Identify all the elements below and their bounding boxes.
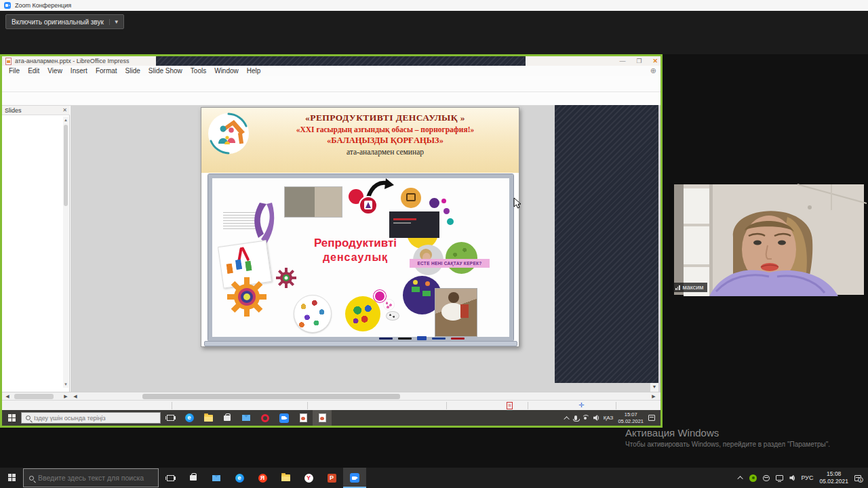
contraception-collage-circle bbox=[294, 295, 332, 333]
teal-dot bbox=[447, 218, 454, 225]
task-view-button[interactable] bbox=[159, 468, 182, 488]
scroll-thumb[interactable] bbox=[142, 394, 400, 399]
store-icon bbox=[190, 475, 197, 481]
slides-panel-scrollbar[interactable]: ▲ ▼ bbox=[63, 117, 68, 388]
menu-view[interactable]: View bbox=[43, 67, 66, 75]
mouse-cursor bbox=[513, 197, 521, 209]
scroll-up-icon[interactable]: ▲ bbox=[63, 117, 68, 123]
slide-canvas[interactable]: «РЕПРОДУКТИВТІ ДЕНСАУЛЫҚ » «XXI ғасырдың… bbox=[201, 107, 519, 347]
opera-button[interactable] bbox=[256, 410, 275, 426]
menu-window[interactable]: Window bbox=[210, 67, 243, 75]
slides-panel-title: Slides bbox=[5, 107, 22, 114]
file-explorer-button[interactable] bbox=[199, 410, 218, 426]
tray-expand-icon[interactable] bbox=[738, 476, 743, 481]
y-app-button[interactable]: Y bbox=[297, 468, 320, 488]
menu-help[interactable]: Help bbox=[243, 67, 265, 75]
zoom-window-titlebar: Zoom Конференция bbox=[0, 0, 868, 11]
zoom-app-icon bbox=[4, 2, 11, 9]
close-icon[interactable]: ✕ bbox=[652, 58, 658, 64]
store-icon bbox=[224, 415, 231, 421]
menu-file[interactable]: File bbox=[5, 67, 24, 75]
search-input[interactable] bbox=[38, 474, 153, 482]
powerpoint-icon: P bbox=[328, 474, 336, 483]
slides-panel-close-icon[interactable]: ✕ bbox=[62, 107, 67, 113]
store-button[interactable] bbox=[182, 468, 205, 488]
taskbar-search[interactable] bbox=[23, 468, 159, 487]
impress-doc-button[interactable] bbox=[294, 410, 313, 426]
family-house-logo-icon bbox=[207, 112, 250, 155]
libreoffice-logo-icon: ⊕ bbox=[650, 66, 656, 75]
antivirus-icon[interactable] bbox=[749, 474, 757, 482]
speaker-icon[interactable] bbox=[789, 475, 796, 481]
menu-format[interactable]: Format bbox=[92, 67, 121, 75]
edge-button[interactable]: e bbox=[180, 410, 199, 426]
vertical-scroll-down-icon[interactable]: ▼ bbox=[650, 383, 658, 392]
clock[interactable]: 15:07 05.02.2021 bbox=[618, 411, 644, 424]
taskbar-search[interactable] bbox=[21, 412, 161, 424]
slide-title-line2: «XXI ғасырдың азғындық обасы – порнограф… bbox=[254, 125, 516, 134]
status-alert-icon[interactable]: ≋ bbox=[507, 402, 513, 409]
wifi-icon[interactable] bbox=[582, 415, 589, 421]
impress-document-icon bbox=[5, 58, 12, 65]
start-button[interactable] bbox=[0, 468, 23, 488]
search-input[interactable] bbox=[34, 415, 156, 422]
clock[interactable]: 15:08 05.02.2021 bbox=[819, 470, 848, 485]
yandex-icon: Я bbox=[258, 474, 267, 483]
standard-toolbar bbox=[2, 76, 660, 92]
scroll-thumb[interactable] bbox=[64, 125, 68, 206]
slides-panel: Slides ✕ ▲ ▼ bbox=[2, 106, 70, 392]
panel-scroll-thumb[interactable] bbox=[14, 394, 54, 399]
edge-button[interactable]: e bbox=[228, 468, 251, 488]
original-sound-dropdown-icon[interactable]: ▼ bbox=[109, 19, 123, 25]
mail-button[interactable] bbox=[237, 410, 256, 426]
zoom-button[interactable] bbox=[275, 410, 294, 426]
minimize-icon[interactable]: — bbox=[619, 58, 625, 64]
marker-red bbox=[451, 338, 465, 340]
menu-edit[interactable]: Edit bbox=[24, 67, 43, 75]
horizontal-scrollbar[interactable]: ◀ ▶ ◀ ▶ bbox=[2, 392, 660, 400]
speaker-icon[interactable] bbox=[593, 415, 600, 421]
start-button[interactable] bbox=[2, 410, 21, 426]
menu-slide-show[interactable]: Slide Show bbox=[144, 67, 186, 75]
webcam-picture bbox=[669, 183, 867, 296]
edge-icon: e bbox=[235, 474, 244, 483]
microphone-icon[interactable] bbox=[574, 415, 577, 420]
system-tray: ҚАЗ 15:07 05.02.2021 bbox=[566, 411, 660, 424]
task-view-button[interactable] bbox=[161, 410, 180, 426]
zoom-active-button[interactable] bbox=[343, 468, 366, 488]
mail-icon bbox=[242, 415, 250, 421]
language-indicator[interactable]: РУС bbox=[801, 474, 813, 481]
participant-video[interactable]: максим bbox=[669, 183, 867, 296]
zoom-window-title: Zoom Конференция bbox=[15, 2, 71, 9]
fit-slide-icon[interactable]: ✛ bbox=[578, 401, 584, 409]
mail-button[interactable] bbox=[205, 468, 228, 488]
alarms-icon[interactable] bbox=[763, 475, 770, 481]
network-icon[interactable] bbox=[776, 475, 783, 481]
powerpoint-button[interactable]: P bbox=[320, 468, 343, 488]
opera-icon bbox=[261, 414, 269, 422]
menu-insert[interactable]: Insert bbox=[66, 67, 92, 75]
big-gear-icon bbox=[227, 277, 267, 317]
slide-title-line1: «РЕПРОДУКТИВТІ ДЕНСАУЛЫҚ » bbox=[254, 113, 516, 123]
action-center-icon[interactable] bbox=[648, 415, 655, 421]
task-view-icon bbox=[167, 475, 174, 481]
action-center-icon[interactable]: 1 bbox=[854, 475, 861, 481]
unshared-overlay-strip bbox=[156, 56, 526, 66]
maximize-icon[interactable]: ❐ bbox=[636, 58, 642, 64]
slide-title-line3: «БАЛАҢЫЗДЫ ҚОРҒАҢЫЗ» bbox=[254, 136, 516, 146]
yandex-browser-button[interactable]: Я bbox=[251, 468, 274, 488]
original-sound-button[interactable]: Включить оригинальный звук ▼ bbox=[5, 14, 124, 29]
file-explorer-button[interactable] bbox=[274, 468, 297, 488]
store-button[interactable] bbox=[218, 410, 237, 426]
impress-icon bbox=[319, 413, 326, 422]
marker-blue bbox=[379, 338, 393, 340]
tray-expand-icon[interactable] bbox=[564, 416, 569, 422]
impress-active-button[interactable] bbox=[313, 410, 332, 426]
language-indicator[interactable]: ҚАЗ bbox=[604, 415, 614, 421]
purple-ribbon-icon bbox=[250, 201, 277, 245]
folder-icon bbox=[204, 415, 213, 422]
marker-black bbox=[398, 338, 412, 340]
menu-tools[interactable]: Tools bbox=[186, 67, 210, 75]
scroll-down-icon[interactable]: ▼ bbox=[63, 381, 68, 388]
menu-slide[interactable]: Slide bbox=[121, 67, 144, 75]
